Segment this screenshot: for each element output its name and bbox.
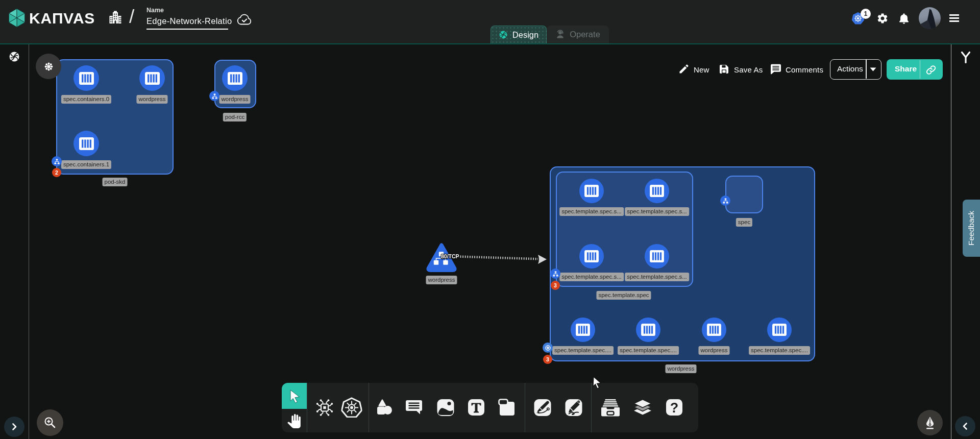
svg-text:?: ?: [670, 400, 679, 416]
